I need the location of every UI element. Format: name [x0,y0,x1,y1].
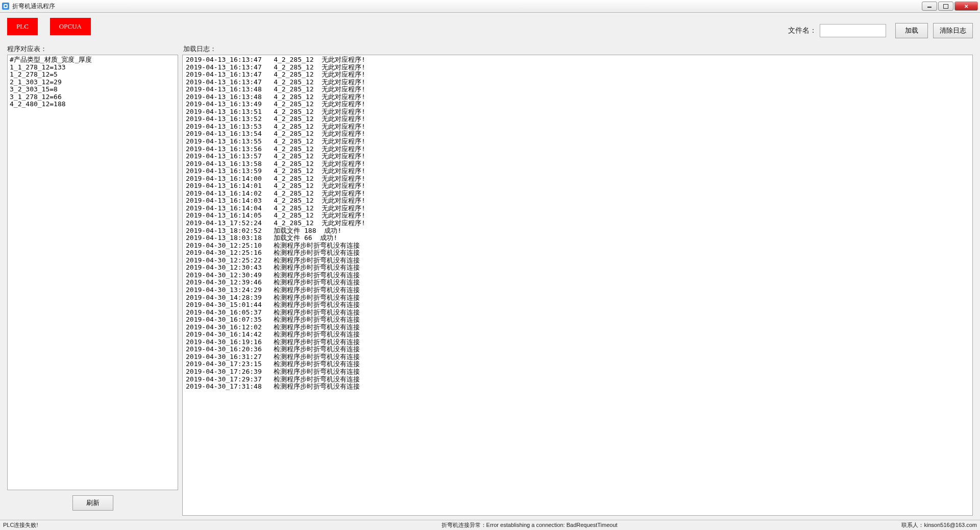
log-pane: 加载日志： 2019-04-13_16:13:47 4_2_285_12 无此对… [182,43,973,516]
program-table-title: 程序对应表： [7,43,178,54]
program-table-textarea[interactable]: #产品类型_材质_宽度_厚度 1_1_278_12=133 1_2_278_12… [7,55,178,490]
close-icon[interactable] [954,2,978,11]
file-name-label: 文件名： [788,26,817,35]
window-controls [921,2,978,11]
log-title: 加载日志： [182,43,973,54]
load-button[interactable]: 加载 [895,23,928,38]
plc-button[interactable]: PLC [7,18,38,35]
window-title: 折弯机通讯程序 [12,2,921,11]
app-icon [2,3,9,10]
program-table-pane: 程序对应表： #产品类型_材质_宽度_厚度 1_1_278_12=133 1_2… [7,43,178,516]
file-name-input[interactable] [820,24,886,37]
maximize-icon[interactable] [938,2,953,11]
client-area: PLC OPCUA 文件名： 加载 清除日志 程序对应表： #产品类型_材质_宽… [0,13,980,520]
window-titlebar: 折弯机通讯程序 [0,0,980,13]
clear-log-button[interactable]: 清除日志 [933,23,973,38]
opcua-button[interactable]: OPCUA [50,18,91,35]
status-machine: 折弯机连接异常：Error establishing a connection:… [442,521,902,529]
status-bar: PLC连接失败! 折弯机连接异常：Error establishing a co… [0,520,980,530]
status-contact: 联系人：kinson516@163.com [901,521,977,529]
toolbar: PLC OPCUA 文件名： 加载 清除日志 [0,13,980,43]
minimize-icon[interactable] [922,2,937,11]
refresh-button[interactable]: 刷新 [72,495,113,511]
main-panes: 程序对应表： #产品类型_材质_宽度_厚度 1_1_278_12=133 1_2… [0,43,980,520]
status-plc: PLC连接失败! [3,521,442,529]
log-textarea[interactable]: 2019-04-13_16:13:47 4_2_285_12 无此对应程序! 2… [182,55,973,516]
